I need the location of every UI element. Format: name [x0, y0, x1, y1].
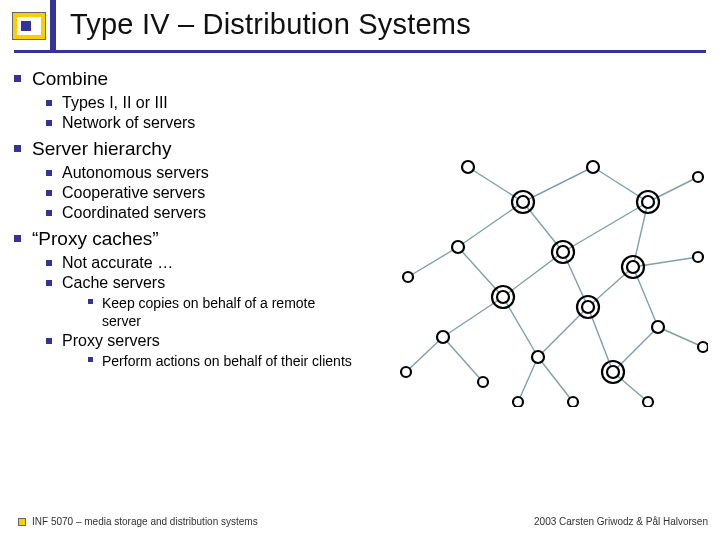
- svg-point-33: [401, 367, 411, 377]
- square-bullet-icon: [46, 170, 52, 176]
- svg-point-44: [642, 196, 654, 208]
- bullet-autonomous: Autonomous servers: [32, 164, 357, 182]
- square-bullet-icon: [46, 100, 52, 106]
- svg-point-29: [452, 241, 464, 253]
- svg-line-7: [523, 202, 563, 252]
- svg-line-2: [593, 167, 648, 202]
- network-svg: [398, 147, 708, 407]
- svg-point-38: [513, 397, 523, 407]
- level3-text: Perform actions on behalf of their clien…: [102, 353, 352, 369]
- title-area: Type IV – Distribution Systems: [0, 0, 720, 58]
- square-bullet-icon: [14, 235, 21, 242]
- level3-text: Keep copies on behalf of a remote server: [102, 295, 315, 329]
- bullet-combine: Combine Types I, II or III Network of se…: [12, 68, 357, 132]
- server-node-icon: [577, 296, 599, 318]
- level1-list: Combine Types I, II or III Network of se…: [12, 68, 357, 370]
- svg-point-50: [497, 291, 509, 303]
- square-bullet-icon: [46, 280, 52, 286]
- square-bullet-icon: [46, 190, 52, 196]
- level2-text: Autonomous servers: [62, 164, 209, 181]
- server-node-icon: [492, 286, 514, 308]
- bullet-proxy-servers: Proxy servers Perform actions on behalf …: [32, 332, 357, 370]
- bullet-cache-servers: Cache servers Keep copies on behalf of a…: [32, 274, 357, 330]
- level3-list: Keep copies on behalf of a remote server: [62, 294, 357, 330]
- svg-point-35: [532, 351, 544, 363]
- svg-point-40: [643, 397, 653, 407]
- bullet-keep-copies: Keep copies on behalf of a remote server: [62, 294, 357, 330]
- square-bullet-icon: [88, 357, 93, 362]
- server-node-icon: [512, 191, 534, 213]
- bullet-coordinated: Coordinated servers: [32, 204, 357, 222]
- bullet-proxy-caches: “Proxy caches” Not accurate … Cache serv…: [12, 228, 357, 370]
- title-underline: [14, 50, 706, 53]
- network-diagram: [398, 147, 708, 407]
- level2-text: Network of servers: [62, 114, 195, 131]
- svg-point-34: [478, 377, 488, 387]
- level2-list: Not accurate … Cache servers Keep copies…: [32, 254, 357, 370]
- svg-point-32: [437, 331, 449, 343]
- svg-point-48: [627, 261, 639, 273]
- svg-point-42: [517, 196, 529, 208]
- svg-line-13: [588, 267, 633, 307]
- server-node-icon: [637, 191, 659, 213]
- level2-list: Autonomous servers Cooperative servers C…: [32, 164, 357, 222]
- level2-text: Proxy servers: [62, 332, 160, 349]
- server-node-icon: [622, 256, 644, 278]
- level2-text: Not accurate …: [62, 254, 173, 271]
- svg-line-0: [468, 167, 523, 202]
- svg-point-52: [582, 301, 594, 313]
- square-bullet-icon: [14, 75, 21, 82]
- svg-line-3: [648, 177, 698, 202]
- level1-text: Server hierarchy: [32, 138, 171, 159]
- level1-text: Combine: [32, 68, 108, 89]
- svg-point-28: [693, 172, 703, 182]
- svg-point-27: [587, 161, 599, 173]
- footer-right-text: 2003 Carsten Griwodz & Pål Halvorsen: [534, 516, 708, 527]
- svg-line-15: [658, 327, 703, 347]
- title-vertical-stripe: [50, 0, 56, 50]
- svg-point-36: [652, 321, 664, 333]
- level3-list: Perform actions on behalf of their clien…: [62, 352, 357, 370]
- level2-list: Types I, II or III Network of servers: [32, 94, 357, 132]
- svg-line-22: [613, 327, 658, 372]
- svg-line-18: [443, 337, 483, 382]
- level2-text: Cache servers: [62, 274, 165, 291]
- square-bullet-icon: [46, 210, 52, 216]
- square-bullet-icon: [46, 338, 52, 344]
- svg-point-54: [607, 366, 619, 378]
- footer-left-text: INF 5070 – media storage and distributio…: [32, 516, 258, 527]
- server-node-icon: [602, 361, 624, 383]
- svg-point-26: [462, 161, 474, 173]
- bullet-cooperative: Cooperative servers: [32, 184, 357, 202]
- corner-logo-icon: [12, 12, 46, 40]
- level2-text: Types I, II or III: [62, 94, 168, 111]
- level2-text: Coordinated servers: [62, 204, 206, 221]
- svg-point-30: [403, 272, 413, 282]
- svg-point-39: [568, 397, 578, 407]
- svg-point-31: [693, 252, 703, 262]
- svg-line-14: [633, 267, 658, 327]
- server-node-icon: [552, 241, 574, 263]
- bullet-network-servers: Network of servers: [32, 114, 357, 132]
- level1-text: “Proxy caches”: [32, 228, 159, 249]
- svg-line-23: [518, 357, 538, 402]
- svg-line-5: [408, 247, 458, 277]
- footer-logo-icon: [18, 518, 26, 526]
- square-bullet-icon: [46, 120, 52, 126]
- bullet-types: Types I, II or III: [32, 94, 357, 112]
- square-bullet-icon: [88, 299, 93, 304]
- square-bullet-icon: [46, 260, 52, 266]
- bullet-column: Combine Types I, II or III Network of se…: [12, 68, 357, 370]
- svg-point-46: [557, 246, 569, 258]
- square-bullet-icon: [14, 145, 21, 152]
- svg-point-37: [698, 342, 708, 352]
- content-area: Combine Types I, II or III Network of se…: [12, 62, 708, 510]
- bullet-perform-actions: Perform actions on behalf of their clien…: [62, 352, 357, 370]
- bullet-not-accurate: Not accurate …: [32, 254, 357, 272]
- level2-text: Cooperative servers: [62, 184, 205, 201]
- footer: INF 5070 – media storage and distributio…: [18, 516, 708, 534]
- svg-line-24: [538, 357, 573, 402]
- slide-title: Type IV – Distribution Systems: [70, 8, 720, 41]
- bullet-server-hierarchy: Server hierarchy Autonomous servers Coop…: [12, 138, 357, 222]
- svg-line-12: [563, 252, 588, 307]
